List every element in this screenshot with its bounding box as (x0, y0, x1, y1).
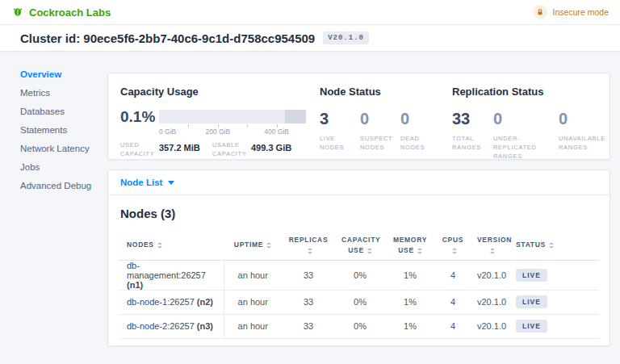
sidebar-item-jobs[interactable]: Jobs (0, 162, 107, 172)
uptime-cell: an hour (224, 290, 282, 314)
memory-use-cell: 1% (385, 314, 435, 338)
sidebar-item-network-latency[interactable]: Network Latency (0, 144, 107, 153)
node-list-dropdown[interactable]: Node List (120, 178, 174, 187)
cluster-id-title: Cluster id: 90ece5f6-2bb7-40c6-9c1d-d758… (20, 31, 315, 45)
replication-status-title: Replication Status (452, 86, 597, 98)
sidebar-item-databases[interactable]: Databases (0, 107, 107, 116)
sort-icon (367, 248, 372, 254)
under-replicated-ranges-count: 0 (493, 110, 559, 128)
nodes-table: NODES UPTIME REPLICAS CAPACITY USE MEMOR… (119, 231, 599, 339)
usable-capacity-label: USABLE CAPACITY (212, 140, 251, 159)
nodes-count-title: Nodes (3) (120, 207, 599, 220)
uptime-cell: an hour (224, 260, 282, 290)
cpus-cell: 4 (435, 314, 471, 338)
version-cell: v20.1.0 (471, 260, 511, 290)
capacity-use-cell: 0% (335, 290, 385, 314)
status-badge: LIVE (516, 269, 547, 282)
replicas-cell: 33 (282, 314, 335, 338)
status-badge: LIVE (516, 295, 547, 308)
sort-icon (549, 242, 554, 249)
used-capacity-label: USED CAPACITY (120, 140, 159, 159)
uptime-cell: an hour (224, 314, 282, 338)
sort-icon (157, 242, 162, 249)
sidebar-item-overview[interactable]: Overview (0, 69, 107, 79)
column-header-memory-use[interactable]: MEMORY USE (385, 231, 435, 260)
node-address[interactable]: db-node-1:26257 (127, 297, 195, 307)
sidebar-item-metrics[interactable]: Metrics (0, 88, 107, 98)
lock-icon (533, 5, 547, 19)
axis-label-200gib: 200 GiB (205, 128, 230, 136)
column-header-replicas[interactable]: REPLICAS (282, 231, 335, 260)
node-list-card: Node List Nodes (3) NODES UPTIME REPLICA… (107, 169, 610, 346)
replication-status-section: Replication Status 33 TOTAL RANGES 0 UND… (452, 86, 597, 149)
column-header-uptime[interactable]: UPTIME (224, 231, 282, 260)
column-header-nodes[interactable]: NODES (119, 231, 224, 260)
node-status-title: Node Status (320, 86, 452, 98)
cluster-summary-card: Capacity Usage 0.1% 0 GiB 200 GiB 400 Gi… (107, 73, 610, 160)
usable-capacity-value: 499.3 GiB (251, 140, 304, 153)
node-address[interactable]: db-management:26257 (127, 261, 206, 280)
table-row[interactable]: db-node-2:26257 (n3) an hour 33 0% 1% 4 … (119, 314, 599, 338)
sort-icon (490, 248, 495, 254)
unavailable-ranges-label: UNAVAILABLE RANGES (559, 135, 597, 153)
version-cell: v20.1.0 (471, 290, 511, 314)
axis-label-400gib: 400 GiB (264, 128, 289, 136)
table-row[interactable]: db-management:26257 (n1) an hour 33 0% 1… (119, 260, 599, 290)
node-id: (n2) (197, 297, 213, 307)
capacity-use-cell: 0% (335, 314, 385, 338)
capacity-usage-title: Capacity Usage (120, 86, 320, 98)
under-replicated-ranges-label: UNDER-REPLICATED RANGES (493, 135, 559, 161)
capacity-bar (159, 110, 306, 123)
cluster-id-bar: Cluster id: 90ece5f6-2bb7-40c6-9c1d-d758… (0, 25, 620, 52)
status-badge: LIVE (516, 320, 547, 333)
replicas-cell: 33 (282, 290, 335, 314)
insecure-mode-indicator[interactable]: Insecure mode (533, 5, 609, 19)
insecure-mode-label: Insecure mode (553, 7, 609, 17)
suspect-nodes-label: SUSPECT NODES (360, 135, 399, 153)
column-header-version[interactable]: VERSION (471, 231, 511, 260)
column-header-capacity-use[interactable]: CAPACITY USE (335, 231, 385, 260)
column-header-status[interactable]: STATUS (511, 231, 599, 260)
sort-icon (417, 248, 422, 254)
sidebar-item-statements[interactable]: Statements (0, 125, 107, 135)
capacity-bar-chart: 0 GiB 200 GiB 400 GiB (159, 110, 306, 136)
column-header-cpus[interactable]: CPUS (435, 231, 471, 260)
memory-use-cell: 1% (385, 290, 435, 314)
axis-label-0gib: 0 GiB (159, 128, 176, 136)
sort-icon (266, 242, 271, 249)
version-cell: v20.1.0 (471, 314, 511, 338)
capacity-used-percent: 0.1% (120, 110, 159, 124)
node-status-section: Node Status 3 LIVE NODES 0 SUSPECT NODES… (320, 86, 452, 149)
dead-nodes-label: DEAD NODES (400, 135, 439, 153)
capacity-bar-used-segment (285, 110, 306, 123)
live-nodes-label: LIVE NODES (320, 135, 358, 153)
sidebar-nav: Overview Metrics Databases Statements Ne… (0, 52, 107, 346)
top-bar: Cockroach Labs Insecure mode (0, 0, 620, 25)
suspect-nodes-count: 0 (360, 110, 400, 128)
table-row[interactable]: db-node-1:26257 (n2) an hour 33 0% 1% 4 … (119, 290, 599, 314)
replicas-cell: 33 (282, 260, 335, 290)
node-list-dropdown-label: Node List (120, 178, 162, 187)
node-id: (n1) (127, 280, 143, 290)
total-ranges-label: TOTAL RANGES (452, 135, 491, 153)
sidebar-item-advanced-debug[interactable]: Advanced Debug (0, 181, 107, 190)
sort-icon (308, 248, 312, 254)
cpus-cell: 4 (435, 260, 471, 290)
used-capacity-value: 357.2 MiB (159, 140, 212, 153)
live-nodes-count: 3 (320, 110, 360, 128)
total-ranges-count: 33 (452, 110, 493, 128)
node-id: (n3) (197, 321, 213, 331)
node-list-header: Node List (108, 170, 610, 195)
cockroach-labs-logo[interactable]: Cockroach Labs (11, 6, 111, 19)
cpus-cell: 4 (435, 290, 471, 314)
capacity-use-cell: 0% (335, 260, 385, 290)
node-address[interactable]: db-node-2:26257 (127, 321, 195, 331)
cockroach-bug-icon (11, 6, 24, 19)
brand-label: Cockroach Labs (29, 6, 111, 19)
cluster-version-badge: V20.1.0 (323, 31, 369, 44)
dead-nodes-count: 0 (400, 110, 439, 128)
chevron-down-icon (168, 181, 174, 185)
capacity-usage-section: Capacity Usage 0.1% 0 GiB 200 GiB 400 Gi… (120, 86, 320, 149)
sort-icon (452, 248, 457, 254)
memory-use-cell: 1% (385, 260, 435, 290)
